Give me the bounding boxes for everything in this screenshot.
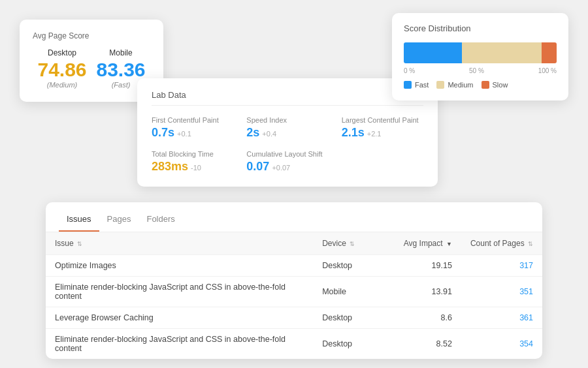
lab-metric-2: Largest Contentful Paint 2.1s+2.1 xyxy=(342,116,423,140)
mobile-value: 83.36 xyxy=(96,60,145,80)
table-row: Eliminate render-blocking JavaScript and… xyxy=(46,329,542,360)
cell-issue-3: Eliminate render-blocking JavaScript and… xyxy=(46,329,313,360)
cell-impact-2: 8.6 xyxy=(387,307,461,329)
table-row: Eliminate render-blocking JavaScript and… xyxy=(46,277,542,307)
lab-metric-3: Total Blocking Time 283ms-10 xyxy=(152,150,233,174)
cell-impact-1: 13.91 xyxy=(387,277,461,307)
cell-device-3: Desktop xyxy=(313,329,387,360)
cell-device-1: Mobile xyxy=(313,277,387,307)
col-header-issue: Issue ⇅ xyxy=(46,232,313,255)
lab-metric-value-1: 2s+0.4 xyxy=(246,126,328,140)
lab-metric-label-3: Total Blocking Time xyxy=(152,150,233,158)
legend-medium-label: Medium xyxy=(448,81,473,89)
col-header-device: Device ⇅ xyxy=(313,232,387,255)
issues-card: Issues Pages Folders Issue ⇅ Device ⇅ Av… xyxy=(46,202,542,359)
sort-icon-impact: ▼ xyxy=(446,241,452,247)
lab-metric-label-4: Cumulative Layout Shift xyxy=(246,150,328,158)
legend-slow-label: Slow xyxy=(493,81,508,89)
tab-issues[interactable]: Issues xyxy=(59,211,99,232)
bar-slow xyxy=(542,42,557,63)
legend-medium: Medium xyxy=(436,81,473,89)
bar-axis-labels: 0 % 50 % 100 % xyxy=(404,67,557,74)
sort-icon-pages: ⇅ xyxy=(528,241,533,247)
lab-metric-4: Cumulative Layout Shift 0.07+0.07 xyxy=(246,150,328,174)
desktop-value: 74.86 xyxy=(37,60,86,80)
lab-metric-value-2: 2.1s+2.1 xyxy=(342,126,423,140)
score-dist-card: Score Distribution 0 % 50 % 100 % Fast M… xyxy=(392,13,568,100)
bar-fast xyxy=(404,42,462,63)
issues-table: Issue ⇅ Device ⇅ Avg Impact ▼ Count of P… xyxy=(46,232,542,359)
legend-fast: Fast xyxy=(404,81,429,89)
tab-pages[interactable]: Pages xyxy=(99,211,139,232)
desktop-label: Desktop xyxy=(37,48,86,57)
lab-metric-label-2: Largest Contentful Paint xyxy=(342,116,423,124)
cell-impact-3: 8.52 xyxy=(387,329,461,360)
col-header-impact: Avg Impact ▼ xyxy=(387,232,461,255)
desktop-score-col: Desktop 74.86 (Medium) xyxy=(37,48,86,89)
cell-pages-1: 351 xyxy=(461,277,542,307)
lab-metric-value-3: 283ms-10 xyxy=(152,160,233,174)
mobile-label: Mobile xyxy=(96,48,145,57)
sort-icon-issue: ⇅ xyxy=(77,241,82,247)
legend-slow-dot xyxy=(482,81,489,89)
legend: Fast Medium Slow xyxy=(404,81,557,89)
legend-fast-dot xyxy=(404,81,412,89)
lab-metric-1: Speed Index 2s+0.4 xyxy=(246,116,328,140)
bar-chart-container: 0 % 50 % 100 % xyxy=(404,42,557,74)
avg-score-title: Avg Page Score xyxy=(33,31,150,40)
cell-pages-0: 317 xyxy=(461,255,542,277)
lab-metric-0: First Contentful Paint 0.7s+0.1 xyxy=(152,116,233,140)
cell-pages-3: 354 xyxy=(461,329,542,360)
cell-issue-1: Eliminate render-blocking JavaScript and… xyxy=(46,277,313,307)
lab-metric-value-4: 0.07+0.07 xyxy=(246,160,328,174)
table-row: Leverage Browser Caching Desktop 8.6 361 xyxy=(46,307,542,329)
lab-metric-value-0: 0.7s+0.1 xyxy=(152,126,233,140)
desktop-sub: (Medium) xyxy=(37,81,86,89)
lab-metrics-grid: First Contentful Paint 0.7s+0.1 Speed In… xyxy=(152,116,423,174)
stacked-bar xyxy=(404,42,557,63)
bar-medium xyxy=(462,42,542,63)
legend-fast-label: Fast xyxy=(415,81,429,89)
legend-medium-dot xyxy=(436,81,444,89)
cell-impact-0: 19.15 xyxy=(387,255,461,277)
lab-metric-label-0: First Contentful Paint xyxy=(152,116,233,124)
table-row: Optimize Images Desktop 19.15 317 xyxy=(46,255,542,277)
tabs-row: Issues Pages Folders xyxy=(46,202,542,232)
lab-metric-label-1: Speed Index xyxy=(246,116,328,124)
cell-pages-2: 361 xyxy=(461,307,542,329)
cell-issue-2: Leverage Browser Caching xyxy=(46,307,313,329)
cell-device-2: Desktop xyxy=(313,307,387,329)
tab-folders[interactable]: Folders xyxy=(139,211,182,232)
legend-slow: Slow xyxy=(482,81,508,89)
sort-icon-device: ⇅ xyxy=(350,241,355,247)
score-dist-title: Score Distribution xyxy=(404,23,557,33)
col-header-pages: Count of Pages ⇅ xyxy=(461,232,542,255)
cell-device-0: Desktop xyxy=(313,255,387,277)
cell-issue-0: Optimize Images xyxy=(46,255,313,277)
lab-data-title: Lab Data xyxy=(152,90,423,106)
